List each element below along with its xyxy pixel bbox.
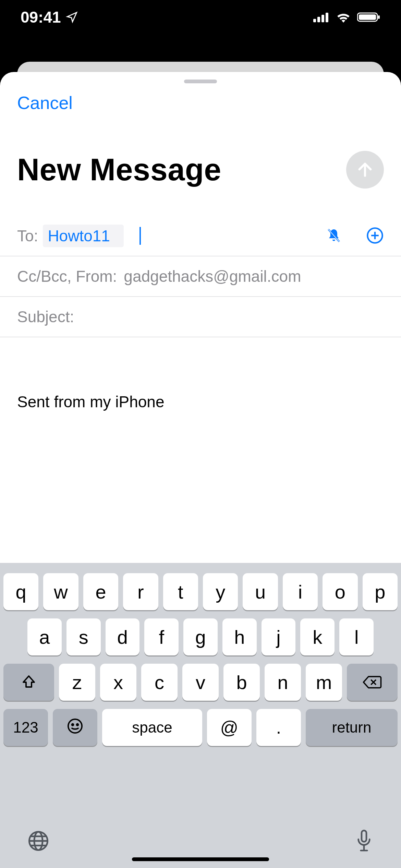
svg-rect-2 — [321, 15, 324, 22]
key-g[interactable]: g — [183, 618, 218, 655]
nav-row: Cancel — [0, 93, 401, 113]
bell-slash-button[interactable] — [326, 227, 342, 245]
dictation-button[interactable] — [354, 829, 374, 854]
title-row: New Message — [0, 151, 401, 189]
key-c[interactable]: c — [141, 664, 178, 701]
key-a[interactable]: a — [27, 618, 62, 655]
key-q[interactable]: q — [3, 573, 38, 610]
key-f[interactable]: f — [144, 618, 179, 655]
svg-rect-0 — [313, 19, 316, 22]
emoji-icon — [67, 716, 83, 739]
status-bar: 09:41 — [0, 0, 401, 34]
keyboard-row-4: 123 space @ . — [3, 709, 398, 746]
key-shift[interactable] — [3, 664, 54, 701]
sheet-grabber[interactable] — [184, 80, 217, 83]
message-body[interactable]: Sent from my iPhone — [17, 374, 384, 413]
compose-sheet: Cancel New Message To: Howto11 — [0, 72, 401, 868]
subject-label: Subject: — [17, 308, 74, 326]
bell-slash-icon — [326, 227, 342, 245]
keyboard-row-3: z x c v b n m — [3, 664, 398, 701]
key-r[interactable]: r — [123, 573, 158, 610]
key-numbers[interactable]: 123 — [3, 709, 48, 746]
from-email: gadgethacks@gmail.com — [124, 267, 301, 286]
svg-point-14 — [68, 719, 82, 733]
key-b[interactable]: b — [223, 664, 260, 701]
location-icon — [66, 11, 78, 23]
key-period[interactable]: . — [256, 709, 301, 746]
page-title: New Message — [17, 152, 221, 188]
plus-circle-icon — [366, 227, 384, 245]
svg-rect-6 — [378, 15, 380, 19]
to-recipient-chip[interactable]: Howto11 — [43, 225, 124, 247]
svg-rect-3 — [326, 13, 328, 22]
ccbcc-from-row[interactable]: Cc/Bcc, From: gadgethacks@gmail.com — [0, 256, 401, 297]
add-contact-button[interactable] — [366, 227, 384, 245]
key-return[interactable]: return — [306, 709, 398, 746]
svg-rect-20 — [362, 831, 366, 842]
battery-icon — [357, 12, 380, 23]
svg-rect-1 — [317, 17, 320, 22]
svg-point-16 — [77, 724, 78, 725]
key-space[interactable]: space — [102, 709, 202, 746]
key-e[interactable]: e — [83, 573, 118, 610]
wifi-icon — [336, 12, 351, 23]
key-backspace[interactable] — [347, 664, 398, 701]
keyboard-row-2: a s d f g h j k l — [3, 618, 398, 655]
key-k[interactable]: k — [300, 618, 335, 655]
globe-button[interactable] — [27, 830, 49, 853]
svg-point-15 — [72, 724, 74, 725]
cellular-icon — [313, 12, 330, 22]
screen: 09:41 — [0, 0, 401, 868]
key-d[interactable]: d — [106, 618, 140, 655]
key-o[interactable]: o — [323, 573, 357, 610]
send-button[interactable] — [346, 151, 384, 189]
key-t[interactable]: t — [163, 573, 198, 610]
keyboard-row-1: q w e r t y u i o p — [3, 573, 398, 610]
key-n[interactable]: n — [265, 664, 301, 701]
microphone-icon — [354, 829, 374, 854]
key-v[interactable]: v — [182, 664, 219, 701]
ccbcc-from-label: Cc/Bcc, From: — [17, 267, 117, 286]
compose-fields: To: Howto11 — [0, 216, 401, 337]
status-right-icons — [313, 12, 380, 23]
key-emoji[interactable] — [53, 709, 97, 746]
key-m[interactable]: m — [306, 664, 342, 701]
key-l[interactable]: l — [339, 618, 374, 655]
key-y[interactable]: y — [203, 573, 238, 610]
key-w[interactable]: w — [43, 573, 78, 610]
key-s[interactable]: s — [66, 618, 101, 655]
cancel-button[interactable]: Cancel — [17, 93, 73, 113]
arrow-up-icon — [355, 160, 375, 180]
key-p[interactable]: p — [363, 573, 398, 610]
keyboard: q w e r t y u i o p a s d f g — [0, 563, 401, 868]
home-indicator[interactable] — [132, 857, 269, 861]
key-h[interactable]: h — [222, 618, 257, 655]
to-actions — [326, 227, 384, 245]
key-at[interactable]: @ — [207, 709, 252, 746]
key-j[interactable]: j — [262, 618, 296, 655]
to-row[interactable]: To: Howto11 — [0, 216, 401, 256]
globe-icon — [27, 830, 49, 853]
status-time-group: 09:41 — [21, 8, 78, 26]
shift-icon — [21, 674, 37, 690]
key-z[interactable]: z — [59, 664, 95, 701]
svg-rect-5 — [359, 14, 376, 20]
signature-text: Sent from my iPhone — [17, 391, 384, 413]
backspace-icon — [363, 675, 382, 689]
key-i[interactable]: i — [283, 573, 318, 610]
status-time: 09:41 — [21, 8, 61, 26]
keyboard-bottom-row — [0, 829, 401, 854]
key-x[interactable]: x — [100, 664, 136, 701]
key-u[interactable]: u — [243, 573, 278, 610]
subject-row[interactable]: Subject: — [0, 297, 401, 337]
text-cursor — [139, 227, 141, 245]
to-label: To: — [17, 227, 38, 245]
